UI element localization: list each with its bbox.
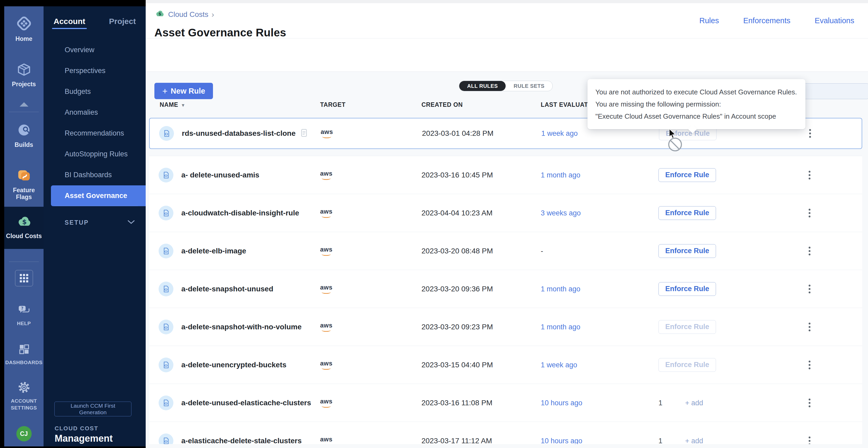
aws-smile-icon	[322, 176, 331, 180]
rail-item-help[interactable]: ? HELP	[4, 304, 43, 327]
tab-project[interactable]: Project	[109, 17, 136, 29]
sidebar-item-perspectives[interactable]: Perspectives	[43, 60, 146, 81]
toggle-all-rules[interactable]: ALL RULES	[459, 81, 506, 91]
kebab-menu-icon[interactable]	[807, 358, 813, 371]
rail-divider	[9, 262, 39, 262]
setup-label: SETUP	[65, 219, 89, 226]
rule-code-icon	[161, 322, 170, 332]
enforce-rule-button[interactable]: Enforce Rule	[658, 244, 716, 258]
kebab-menu-icon[interactable]	[807, 127, 813, 140]
row-menu-cell	[804, 282, 815, 295]
kebab-menu-icon[interactable]	[807, 169, 813, 181]
rail-collapse[interactable]	[4, 101, 43, 109]
rule-last-evaluation-cell: 1 month ago	[541, 285, 580, 293]
enforce-rule-button[interactable]: Enforce Rule	[658, 282, 716, 296]
aws-logo: aws	[320, 208, 333, 218]
kebab-menu-icon[interactable]	[807, 396, 813, 409]
rule-last-evaluation-cell: 1 week ago	[541, 361, 577, 369]
kebab-menu-icon[interactable]	[807, 320, 813, 333]
rail-item-dashboards[interactable]: DASHBOARDS	[4, 343, 43, 366]
table-row[interactable]: a-elasticache-delete-stale-clusters aws …	[149, 422, 862, 444]
toggle-rule-sets[interactable]: RULE SETS	[506, 81, 552, 91]
table-row[interactable]: a-delete-snapshot-unused aws 2023-03-20 …	[149, 270, 862, 308]
kebab-menu-icon[interactable]	[807, 206, 813, 219]
enforce-rule-button[interactable]: Enforce Rule	[658, 168, 716, 182]
sidebar-item-anomalies[interactable]: Anomalies	[43, 102, 146, 123]
rail-item-account-settings[interactable]: ACCOUNT SETTINGS	[4, 381, 43, 411]
rule-created-on: 2023-04-04 10:23 AM	[422, 209, 492, 217]
rail-item-home[interactable]: Home	[4, 15, 43, 42]
kebab-menu-icon[interactable]	[807, 434, 813, 444]
table-row[interactable]: a- delete-unused-amis aws 2023-03-16 10:…	[149, 156, 862, 194]
sidebar-menu-item-label: Anomalies	[65, 108, 98, 116]
user-avatar[interactable]: CJ	[17, 426, 32, 441]
add-enforcement-link[interactable]: + add	[685, 399, 703, 407]
sidebar-item-recommendations[interactable]: Recommendations	[43, 123, 146, 144]
kebab-menu-icon[interactable]	[807, 244, 813, 257]
last-evaluation-link[interactable]: 1 week ago	[541, 130, 578, 138]
last-evaluation-link[interactable]: 10 hours ago	[541, 399, 583, 407]
sidebar-menu-item-label: Budgets	[65, 88, 91, 96]
table-row[interactable]: a-delete-unencrypted-buckets aws 2023-03…	[149, 346, 862, 384]
last-evaluation-link[interactable]: 1 month ago	[541, 171, 580, 179]
table-row[interactable]: a-delete-unused-elasticache-clusters aws…	[149, 384, 862, 422]
rail-item-projects[interactable]: Projects	[4, 62, 43, 88]
chevron-down-icon	[127, 220, 135, 226]
rule-action-cell: Enforce Rule	[658, 244, 716, 258]
rule-last-evaluation-cell: -	[541, 247, 543, 255]
rule-name: a-delete-elb-image	[181, 247, 246, 255]
rule-badge	[159, 168, 174, 182]
column-header-name[interactable]: NAME▼	[160, 101, 186, 108]
sidebar-item-asset-governance[interactable]: Asset Governance	[51, 185, 146, 206]
row-menu-cell	[804, 244, 815, 257]
rule-name-cell: a- delete-unused-amis	[181, 171, 259, 179]
aws-logo: aws	[320, 398, 333, 408]
scope-tabs: Account Project	[54, 17, 136, 29]
add-enforcement-link[interactable]: + add	[685, 437, 703, 444]
tab-evaluations[interactable]: Evaluations	[815, 16, 854, 25]
aws-smile-icon	[322, 366, 331, 370]
rule-name: a- delete-unused-amis	[181, 171, 259, 179]
enforce-rule-button[interactable]: Enforce Rule	[658, 206, 716, 220]
app-screen: Home Projects Builds Feature Flags	[0, 0, 868, 448]
last-evaluation-link[interactable]: 1 month ago	[541, 323, 580, 331]
rule-name: rds-unused-databases-list-clone	[182, 129, 296, 138]
rail-item-label: Cloud Costs	[6, 233, 42, 239]
rule-name: a-delete-unused-elasticache-clusters	[181, 399, 311, 407]
table-row[interactable]: a-delete-elb-image aws 2023-03-20 08:48 …	[149, 232, 862, 270]
last-evaluation-link[interactable]: 3 weeks ago	[541, 209, 581, 217]
product-name: Management	[55, 433, 113, 444]
sidebar-item-overview[interactable]: Overview	[43, 40, 146, 60]
letterbox-bottom	[0, 446, 146, 448]
kebab-menu-icon[interactable]	[807, 282, 813, 295]
rail-item-builds[interactable]: Builds	[4, 122, 43, 148]
rule-code-icon	[161, 437, 170, 444]
table-row[interactable]: a-delete-snapshot-with-no-volume aws 202…	[149, 308, 862, 346]
module-picker-button[interactable]	[15, 270, 33, 286]
breadcrumb[interactable]: $ Cloud Costs ›	[154, 9, 214, 20]
aws-logo-text: aws	[320, 208, 333, 214]
last-evaluation-link[interactable]: 10 hours ago	[541, 437, 583, 444]
last-evaluation-link[interactable]: 1 month ago	[541, 285, 580, 293]
setup-section-toggle[interactable]: SETUP	[65, 215, 135, 231]
sidebar-item-autostopping-rules[interactable]: AutoStopping Rules	[43, 144, 146, 165]
launch-ccm-first-gen-button[interactable]: Launch CCM First Generation	[54, 402, 131, 416]
last-evaluation-link[interactable]: 1 week ago	[541, 361, 577, 369]
rule-name: a-delete-unencrypted-buckets	[181, 361, 286, 369]
rule-created-on: 2023-03-20 09:23 PM	[422, 323, 493, 331]
rail-item-cloud-costs[interactable]: $ Cloud Costs	[4, 214, 43, 239]
rail-item-feature-flags[interactable]: Feature Flags	[4, 168, 43, 200]
sidebar-item-budgets[interactable]: Budgets	[43, 81, 146, 102]
panel-menu: Overview Perspectives Budgets Anomalies …	[43, 40, 146, 206]
tab-account[interactable]: Account	[54, 17, 85, 29]
table-row[interactable]: a-cloudwatch-disable-insight-rule aws 20…	[149, 194, 862, 232]
tab-rules[interactable]: Rules	[700, 16, 719, 25]
tab-enforcements[interactable]: Enforcements	[743, 16, 790, 25]
breadcrumb-label: Cloud Costs	[168, 10, 209, 19]
rail-item-label: Builds	[14, 141, 33, 148]
sidebar-item-bi-dashboards[interactable]: BI Dashboards	[43, 165, 146, 185]
new-rule-button[interactable]: + New Rule	[154, 83, 213, 99]
column-header-target: TARGET	[320, 101, 345, 108]
cloud-costs-breadcrumb-icon: $	[154, 9, 165, 20]
notes-icon[interactable]	[300, 128, 308, 139]
